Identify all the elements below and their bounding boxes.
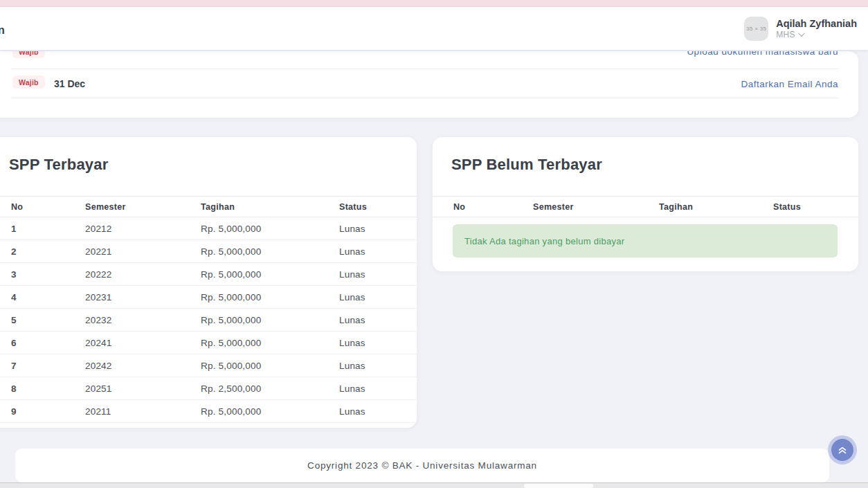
wajib-badge: Wajib	[12, 75, 45, 89]
cell-no: 7	[0, 354, 85, 377]
table-header-row: No Semester Tagihan Status	[433, 197, 858, 217]
cell-status: Lunas	[339, 217, 417, 240]
column-header-no: No	[433, 197, 533, 217]
cell-tagihan: Rp. 2,500,000	[201, 377, 339, 400]
divider	[11, 69, 839, 69]
column-header-tagihan: Tagihan	[201, 197, 339, 217]
upload-dokumen-link[interactable]: Upload dokumen mahasiswa baru	[687, 51, 838, 57]
cell-semester: 20231	[85, 286, 201, 309]
app-header: n 35 × 35 Aqilah Zyfhaniah MHS	[0, 7, 868, 50]
cell-semester: 20212	[85, 217, 201, 240]
cell-semester: 20221	[85, 240, 201, 263]
cell-no: 4	[0, 286, 85, 309]
cell-tagihan: Rp. 5,000,000	[201, 263, 339, 286]
cell-no: 9	[0, 400, 85, 423]
user-role-label: MHS	[776, 30, 795, 39]
cell-status: Lunas	[339, 332, 417, 354]
table-row: 620241Rp. 5,000,000Lunas	[0, 332, 417, 354]
spp-terbayar-title: SPP Terbayar	[9, 156, 108, 174]
cell-tagihan: Rp. 5,000,000	[201, 400, 339, 423]
cell-tagihan: Rp. 5,000,000	[201, 240, 339, 263]
cell-status: Lunas	[339, 400, 417, 423]
cell-status: Lunas	[339, 263, 417, 286]
cell-no: 3	[0, 263, 85, 286]
table-row: 520232Rp. 5,000,000Lunas	[0, 309, 417, 332]
cell-no: 5	[0, 309, 85, 332]
no-unpaid-alert: Tidak Ada tagihan yang belum dibayar	[453, 224, 838, 257]
cell-no: 6	[0, 332, 85, 354]
column-header-semester: Semester	[85, 197, 201, 217]
cell-tagihan: Rp. 5,000,000	[201, 217, 339, 240]
user-meta: Aqilah Zyfhaniah MHS	[776, 18, 857, 39]
cell-status: Lunas	[339, 309, 417, 332]
table-row: 920211Rp. 5,000,000Lunas	[0, 400, 417, 423]
cell-semester: 20222	[85, 263, 201, 286]
cell-no: 8	[0, 377, 85, 400]
divider	[11, 98, 839, 98]
announcement-due-date: 31 Dec	[54, 78, 85, 89]
spp-belum-terbayar-title: SPP Belum Terbayar	[451, 156, 602, 174]
cell-status: Lunas	[339, 354, 417, 377]
user-name: Aqilah Zyfhaniah	[776, 18, 857, 30]
cell-status: Lunas	[339, 240, 417, 263]
column-header-no: No	[0, 197, 85, 217]
table-row: 120212Rp. 5,000,000Lunas	[0, 217, 417, 240]
cell-tagihan: Rp. 5,000,000	[201, 332, 339, 354]
cell-status: Lunas	[339, 286, 417, 309]
cell-semester: 20211	[85, 400, 201, 423]
cell-semester: 20251	[85, 377, 201, 400]
cell-semester: 20241	[85, 332, 201, 354]
cell-tagihan: Rp. 5,000,000	[201, 309, 339, 332]
horizontal-scrollbar-track[interactable]	[0, 482, 868, 488]
column-header-status: Status	[773, 197, 858, 217]
scroll-to-top-button[interactable]	[831, 439, 853, 461]
copyright-text: Copyright 2023 © BAK - Universitas Mulaw…	[307, 460, 537, 471]
table-row: 820251Rp. 2,500,000Lunas	[0, 377, 417, 400]
brand-text-clipped: n	[0, 24, 5, 37]
cell-tagihan: Rp. 5,000,000	[201, 354, 339, 377]
daftarkan-email-link[interactable]: Daftarkan Email Anda	[741, 79, 838, 89]
column-header-status: Status	[339, 197, 417, 217]
footer: Copyright 2023 © BAK - Universitas Mulaw…	[15, 449, 829, 482]
table-row: 220221Rp. 5,000,000Lunas	[0, 240, 417, 263]
column-header-tagihan: Tagihan	[659, 197, 773, 217]
spp-terbayar-table: No Semester Tagihan Status 120212Rp. 5,0…	[0, 196, 417, 423]
table-row: 720242Rp. 5,000,000Lunas	[0, 354, 417, 377]
cell-no: 2	[0, 240, 85, 263]
table-header-row: No Semester Tagihan Status	[0, 197, 417, 217]
avatar[interactable]: 35 × 35	[744, 17, 768, 41]
column-header-semester: Semester	[533, 197, 659, 217]
table-row: 420231Rp. 5,000,000Lunas	[0, 286, 417, 309]
user-menu[interactable]: 35 × 35 Aqilah Zyfhaniah MHS	[744, 16, 857, 41]
user-role-dropdown[interactable]: MHS	[776, 30, 857, 39]
cell-tagihan: Rp. 5,000,000	[201, 286, 339, 309]
announcements-card: Wajib Upload dokumen mahasiswa baru Waji…	[0, 51, 858, 118]
double-chevron-up-icon	[837, 444, 848, 455]
chevron-down-icon	[798, 30, 805, 37]
cell-semester: 20242	[85, 354, 201, 377]
table-row: 320222Rp. 5,000,000Lunas	[0, 263, 417, 286]
top-accent-strip	[0, 0, 868, 7]
cell-semester: 20232	[85, 309, 201, 332]
spp-terbayar-card: SPP Terbayar No Semester Tagihan Status …	[0, 137, 417, 428]
horizontal-scrollbar-thumb[interactable]	[524, 484, 593, 488]
spp-belum-terbayar-table: No Semester Tagihan Status	[433, 196, 858, 217]
spp-belum-terbayar-card: SPP Belum Terbayar No Semester Tagihan S…	[433, 137, 858, 271]
cell-no: 1	[0, 217, 85, 240]
cell-status: Lunas	[339, 377, 417, 400]
wajib-badge-clipped: Wajib	[12, 51, 45, 58]
